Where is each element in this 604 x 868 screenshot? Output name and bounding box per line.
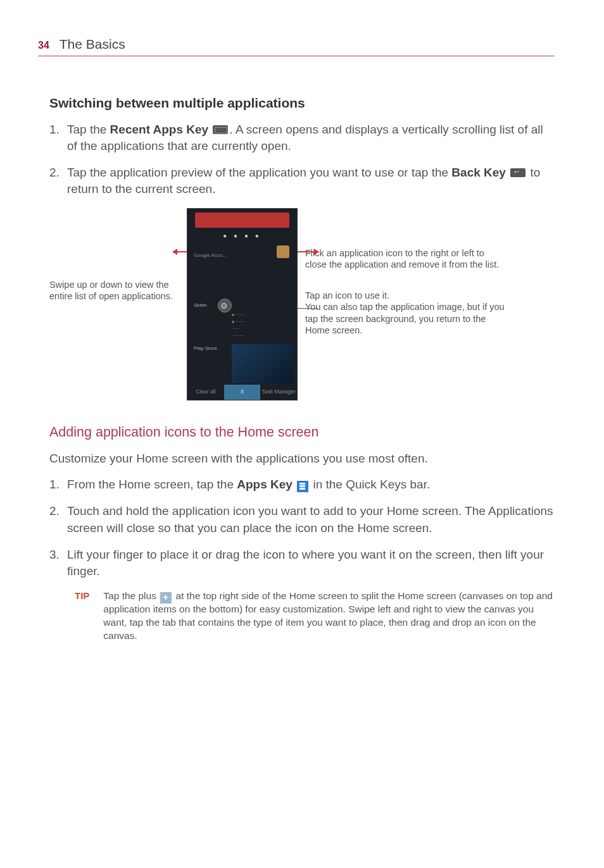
recent-apps-key-icon [213, 125, 228, 134]
figure-left-caption: Swipe up or down to view the entire list… [49, 208, 179, 303]
apps-key-label: Apps Key [237, 478, 296, 491]
section-heading-adding-icons: Adding application icons to the Home scr… [49, 423, 555, 442]
sec2-step1-post: in the Quick Keys bar. [310, 478, 430, 491]
screenshot-app-google-icon [277, 245, 289, 258]
screenshot-settings-preview: ■ ········■ ········· ····· ········ [232, 311, 293, 343]
figure-caption-flick: Flick an application icon to the right o… [305, 247, 508, 271]
chapter-title: The Basics [60, 35, 125, 53]
screenshot-app-google-label: Google Acco… [194, 252, 227, 258]
plus-icon [160, 592, 172, 604]
section1-steps: Tap the Recent Apps Key . A screen opens… [49, 121, 555, 198]
section1-step1: Tap the Recent Apps Key . A screen opens… [49, 121, 555, 154]
section1-step2: Tap the application preview of the appli… [49, 164, 555, 197]
screenshot-app-google: Google Acco… [194, 245, 291, 261]
back-key-icon [510, 168, 525, 177]
section2-step3: Lift your finger to place it or drag the… [49, 547, 555, 580]
sec2-step1-pre: From the Home screen, tap the [67, 478, 237, 491]
step2-text-pre: Tap the application preview of the appli… [67, 166, 451, 179]
tip-text: Tap the plus at the top right side of th… [103, 590, 555, 643]
screenshot-clear-all-button: Clear all [187, 385, 224, 400]
step1-text-pre: Tap the [67, 123, 110, 136]
page-number: 34 [38, 39, 49, 53]
gear-icon [218, 299, 232, 313]
section2-step2: Touch and hold the application icon you … [49, 503, 555, 536]
figure-caption-tap-line2: You can also tap the application image, … [305, 302, 505, 335]
screenshot-count-badge: 8 [224, 385, 261, 400]
figure-caption-tap-icon: Tap an icon to use it. You can also tap … [305, 290, 508, 337]
section2-step1: From the Home screen, tap the Apps Key i… [49, 476, 555, 493]
recent-apps-key-label: Recent Apps Key [110, 123, 212, 136]
section-heading-switching: Switching between multiple applications [49, 94, 555, 112]
screenshot-playstore-preview [232, 344, 293, 383]
apps-key-icon [297, 481, 308, 492]
screenshot-task-manager-button: Task Manager [260, 385, 297, 400]
section2-steps: From the Home screen, tap the Apps Key i… [49, 476, 555, 580]
phone-screenshot: ● ● ● ● Google Acco… Settin ■ ········■ … [187, 208, 298, 400]
figure-caption-tap-line1: Tap an icon to use it. [305, 290, 389, 301]
section2-intro: Customize your Home screen with the appl… [49, 450, 555, 467]
screenshot-indicator-dots: ● ● ● ● [187, 232, 297, 240]
screenshot-app-playstore-label: Play Store [194, 345, 217, 352]
tip-text-pre: Tap the plus [103, 590, 159, 601]
page-header: 34 The Basics [38, 35, 555, 56]
figure-right-captions: Flick an application icon to the right o… [305, 208, 508, 337]
screenshot-banner [195, 213, 289, 228]
screenshot-app-settings-label: Settin [194, 302, 206, 309]
tip-block: TIP Tap the plus at the top right side o… [75, 590, 555, 643]
tip-label: TIP [75, 590, 89, 643]
back-key-label: Back Key [451, 166, 509, 179]
arrow-right-icon [296, 251, 315, 252]
screenshot-bottom-bar: Clear all 8 Task Manager [187, 385, 297, 400]
figure-recent-apps: Swipe up or down to view the entire list… [49, 208, 555, 400]
